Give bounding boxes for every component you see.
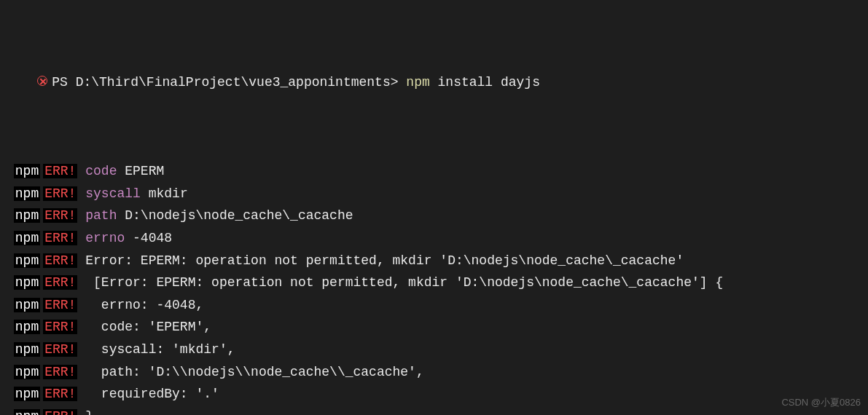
terminal-line: npmERR! requiredBy: '.' xyxy=(6,383,862,406)
npm-tag: npm xyxy=(14,298,40,312)
err-value: D:\nodejs\node_cache\_cacache xyxy=(117,208,353,223)
terminal-line: npmERR! code EPERM xyxy=(6,160,862,183)
terminal-line: npmERR! path: 'D:\\nodejs\\node_cache\\_… xyxy=(6,361,862,384)
err-tag: ERR! xyxy=(43,186,77,201)
npm-tag: npm xyxy=(14,208,40,223)
terminal-line: npmERR! syscall: 'mkdir', xyxy=(6,339,862,361)
err-value: syscall: 'mkdir', xyxy=(85,342,235,357)
err-key: errno xyxy=(85,231,125,245)
err-value: code: 'EPERM', xyxy=(85,320,211,334)
err-key: syscall xyxy=(85,186,141,201)
npm-tag: npm xyxy=(14,186,40,201)
terminal-output[interactable]: PS D:\Third\FinalProject\vue3_apponintme… xyxy=(6,4,862,415)
err-value: requiredBy: '.' xyxy=(85,387,219,401)
npm-tag: npm xyxy=(14,320,40,334)
err-tag: ERR! xyxy=(43,342,77,357)
command-name: npm xyxy=(406,75,429,90)
npm-tag: npm xyxy=(14,164,40,178)
err-tag: ERR! xyxy=(43,387,77,401)
terminal-line: npmERR! errno: -4048, xyxy=(6,294,862,317)
npm-tag: npm xyxy=(14,231,40,245)
terminal-line: npmERR! syscall mkdir xyxy=(6,183,862,205)
err-tag: ERR! xyxy=(43,409,77,415)
err-value: errno: -4048, xyxy=(85,298,203,312)
terminal-line: npmERR! errno -4048 xyxy=(6,227,862,250)
prompt-path: D:\Third\FinalProject\vue3_apponintments… xyxy=(76,75,399,90)
err-tag: ERR! xyxy=(43,164,77,178)
prompt-ps: PS xyxy=(52,75,68,90)
err-key: code xyxy=(85,164,117,178)
watermark: CSDN @小夏0826 xyxy=(781,395,861,411)
terminal-line: npmERR! path D:\nodejs\node_cache\_cacac… xyxy=(6,205,862,227)
err-value: path: 'D:\\nodejs\\node_cache\\_cacache'… xyxy=(85,365,423,379)
error-icon xyxy=(37,76,47,86)
npm-tag: npm xyxy=(14,253,40,268)
err-value: Error: EPERM: operation not permitted, m… xyxy=(85,253,684,268)
err-value: } xyxy=(85,409,93,415)
npm-tag: npm xyxy=(14,365,40,379)
terminal-line: npmERR! Error: EPERM: operation not perm… xyxy=(6,250,862,272)
err-value: -4048 xyxy=(125,231,172,245)
err-tag: ERR! xyxy=(43,365,77,379)
npm-tag: npm xyxy=(14,342,40,357)
terminal-line: npmERR! [Error: EPERM: operation not per… xyxy=(6,272,862,294)
err-tag: ERR! xyxy=(43,208,77,223)
prompt-line: PS D:\Third\FinalProject\vue3_apponintme… xyxy=(6,49,862,116)
npm-tag: npm xyxy=(14,409,40,415)
terminal-line: npmERR! code: 'EPERM', xyxy=(6,316,862,339)
npm-tag: npm xyxy=(14,275,40,290)
command-args: install dayjs xyxy=(438,75,540,90)
err-value: EPERM xyxy=(117,164,164,178)
npm-tag: npm xyxy=(14,387,40,401)
err-key: path xyxy=(85,208,117,223)
err-tag: ERR! xyxy=(43,275,77,290)
err-value: mkdir xyxy=(141,186,188,201)
err-value: [Error: EPERM: operation not permitted, … xyxy=(85,275,723,290)
terminal-line: npmERR! } xyxy=(6,406,862,415)
err-tag: ERR! xyxy=(43,298,77,312)
err-tag: ERR! xyxy=(43,253,77,268)
err-tag: ERR! xyxy=(43,320,77,334)
err-tag: ERR! xyxy=(43,231,77,245)
